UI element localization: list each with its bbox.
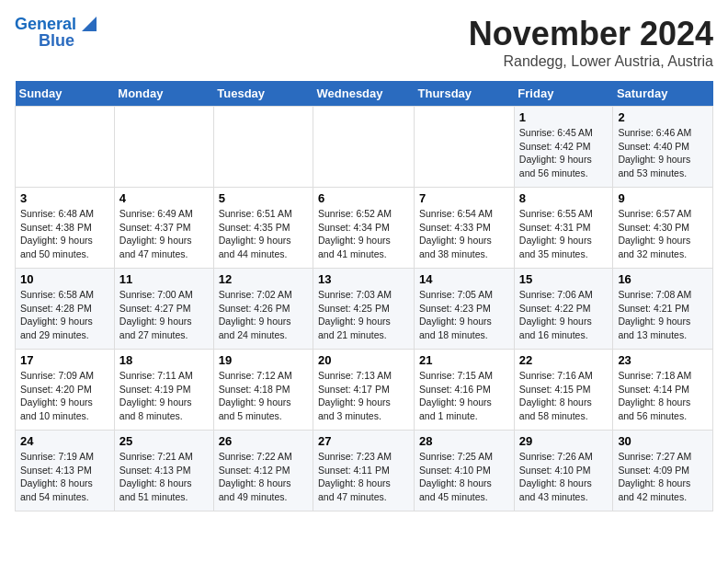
day-info: Sunrise: 7:25 AM Sunset: 4:10 PM Dayligh… xyxy=(419,450,509,504)
day-number: 1 xyxy=(519,110,609,124)
day-number: 19 xyxy=(219,353,308,367)
day-cell: 7Sunrise: 6:54 AM Sunset: 4:33 PM Daylig… xyxy=(415,188,515,269)
day-cell: 16Sunrise: 7:08 AM Sunset: 4:21 PM Dayli… xyxy=(613,269,713,350)
day-cell: 23Sunrise: 7:18 AM Sunset: 4:14 PM Dayli… xyxy=(613,350,713,431)
day-info: Sunrise: 7:05 AM Sunset: 4:23 PM Dayligh… xyxy=(419,288,509,342)
location-subtitle: Randegg, Lower Austria, Austria xyxy=(469,53,713,70)
day-info: Sunrise: 7:26 AM Sunset: 4:10 PM Dayligh… xyxy=(519,450,609,504)
day-cell: 14Sunrise: 7:05 AM Sunset: 4:23 PM Dayli… xyxy=(415,269,515,350)
day-info: Sunrise: 7:22 AM Sunset: 4:12 PM Dayligh… xyxy=(219,450,308,504)
day-number: 22 xyxy=(519,353,609,367)
day-number: 26 xyxy=(219,434,308,448)
month-title: November 2024 xyxy=(469,15,713,53)
header-monday: Monday xyxy=(114,81,213,107)
header-thursday: Thursday xyxy=(415,81,515,107)
day-cell xyxy=(114,107,213,188)
day-info: Sunrise: 6:46 AM Sunset: 4:40 PM Dayligh… xyxy=(618,126,708,180)
day-number: 30 xyxy=(618,434,708,448)
day-cell: 30Sunrise: 7:27 AM Sunset: 4:09 PM Dayli… xyxy=(613,431,713,511)
day-number: 27 xyxy=(318,434,409,448)
day-cell: 1Sunrise: 6:45 AM Sunset: 4:42 PM Daylig… xyxy=(514,107,613,188)
day-cell: 13Sunrise: 7:03 AM Sunset: 4:25 PM Dayli… xyxy=(313,269,415,350)
day-info: Sunrise: 7:06 AM Sunset: 4:22 PM Dayligh… xyxy=(519,288,609,342)
day-info: Sunrise: 6:52 AM Sunset: 4:34 PM Dayligh… xyxy=(318,207,409,261)
day-info: Sunrise: 7:03 AM Sunset: 4:25 PM Dayligh… xyxy=(318,288,409,342)
day-info: Sunrise: 7:13 AM Sunset: 4:17 PM Dayligh… xyxy=(318,369,409,423)
day-cell: 5Sunrise: 6:51 AM Sunset: 4:35 PM Daylig… xyxy=(213,188,313,269)
day-number: 11 xyxy=(119,272,209,286)
svg-marker-0 xyxy=(82,17,97,31)
day-number: 9 xyxy=(618,191,708,205)
day-cell xyxy=(313,107,415,188)
day-cell: 18Sunrise: 7:11 AM Sunset: 4:19 PM Dayli… xyxy=(114,350,213,431)
day-number: 20 xyxy=(318,353,409,367)
day-number: 4 xyxy=(119,191,209,205)
day-number: 7 xyxy=(419,191,509,205)
week-row-1: 1Sunrise: 6:45 AM Sunset: 4:42 PM Daylig… xyxy=(16,107,713,188)
day-cell: 17Sunrise: 7:09 AM Sunset: 4:20 PM Dayli… xyxy=(16,350,115,431)
day-number: 6 xyxy=(318,191,409,205)
day-info: Sunrise: 6:49 AM Sunset: 4:37 PM Dayligh… xyxy=(119,207,209,261)
header-wednesday: Wednesday xyxy=(313,81,415,107)
day-cell: 9Sunrise: 6:57 AM Sunset: 4:30 PM Daylig… xyxy=(613,188,713,269)
week-row-4: 17Sunrise: 7:09 AM Sunset: 4:20 PM Dayli… xyxy=(16,350,713,431)
day-number: 17 xyxy=(20,353,109,367)
day-number: 18 xyxy=(119,353,209,367)
day-info: Sunrise: 7:18 AM Sunset: 4:14 PM Dayligh… xyxy=(618,369,708,423)
day-cell: 22Sunrise: 7:16 AM Sunset: 4:15 PM Dayli… xyxy=(514,350,613,431)
day-cell: 27Sunrise: 7:23 AM Sunset: 4:11 PM Dayli… xyxy=(313,431,415,511)
day-info: Sunrise: 7:02 AM Sunset: 4:26 PM Dayligh… xyxy=(219,288,308,342)
day-cell: 2Sunrise: 6:46 AM Sunset: 4:40 PM Daylig… xyxy=(613,107,713,188)
day-cell xyxy=(415,107,515,188)
day-cell: 4Sunrise: 6:49 AM Sunset: 4:37 PM Daylig… xyxy=(114,188,213,269)
logo: General Blue xyxy=(15,15,97,51)
logo-blue: Blue xyxy=(39,31,74,51)
day-info: Sunrise: 7:12 AM Sunset: 4:18 PM Dayligh… xyxy=(219,369,308,423)
day-info: Sunrise: 6:54 AM Sunset: 4:33 PM Dayligh… xyxy=(419,207,509,261)
day-cell: 26Sunrise: 7:22 AM Sunset: 4:12 PM Dayli… xyxy=(213,431,313,511)
day-number: 29 xyxy=(519,434,609,448)
day-info: Sunrise: 6:58 AM Sunset: 4:28 PM Dayligh… xyxy=(20,288,109,342)
day-cell xyxy=(213,107,313,188)
header-saturday: Saturday xyxy=(613,81,713,107)
day-info: Sunrise: 7:15 AM Sunset: 4:16 PM Dayligh… xyxy=(419,369,509,423)
day-cell: 3Sunrise: 6:48 AM Sunset: 4:38 PM Daylig… xyxy=(16,188,115,269)
day-number: 23 xyxy=(618,353,708,367)
day-cell: 24Sunrise: 7:19 AM Sunset: 4:13 PM Dayli… xyxy=(16,431,115,511)
logo-icon xyxy=(76,15,97,35)
day-cell: 29Sunrise: 7:26 AM Sunset: 4:10 PM Dayli… xyxy=(514,431,613,511)
day-number: 21 xyxy=(419,353,509,367)
day-cell: 21Sunrise: 7:15 AM Sunset: 4:16 PM Dayli… xyxy=(415,350,515,431)
day-info: Sunrise: 7:00 AM Sunset: 4:27 PM Dayligh… xyxy=(119,288,209,342)
title-block: November 2024 Randegg, Lower Austria, Au… xyxy=(469,15,713,70)
calendar-header: SundayMondayTuesdayWednesdayThursdayFrid… xyxy=(16,81,713,107)
page-header: General Blue November 2024 Randegg, Lowe… xyxy=(15,15,713,70)
calendar-table: SundayMondayTuesdayWednesdayThursdayFrid… xyxy=(15,81,713,511)
day-cell: 8Sunrise: 6:55 AM Sunset: 4:31 PM Daylig… xyxy=(514,188,613,269)
day-number: 14 xyxy=(419,272,509,286)
day-info: Sunrise: 7:27 AM Sunset: 4:09 PM Dayligh… xyxy=(618,450,708,504)
day-number: 16 xyxy=(618,272,708,286)
week-row-3: 10Sunrise: 6:58 AM Sunset: 4:28 PM Dayli… xyxy=(16,269,713,350)
day-cell: 11Sunrise: 7:00 AM Sunset: 4:27 PM Dayli… xyxy=(114,269,213,350)
day-number: 10 xyxy=(20,272,109,286)
day-info: Sunrise: 6:51 AM Sunset: 4:35 PM Dayligh… xyxy=(219,207,308,261)
day-number: 2 xyxy=(618,110,708,124)
day-info: Sunrise: 7:21 AM Sunset: 4:13 PM Dayligh… xyxy=(119,450,209,504)
day-number: 15 xyxy=(519,272,609,286)
header-sunday: Sunday xyxy=(16,81,115,107)
day-cell: 10Sunrise: 6:58 AM Sunset: 4:28 PM Dayli… xyxy=(16,269,115,350)
day-number: 3 xyxy=(20,191,109,205)
day-info: Sunrise: 7:23 AM Sunset: 4:11 PM Dayligh… xyxy=(318,450,409,504)
day-info: Sunrise: 7:19 AM Sunset: 4:13 PM Dayligh… xyxy=(20,450,109,504)
day-cell xyxy=(16,107,115,188)
day-cell: 25Sunrise: 7:21 AM Sunset: 4:13 PM Dayli… xyxy=(114,431,213,511)
week-row-2: 3Sunrise: 6:48 AM Sunset: 4:38 PM Daylig… xyxy=(16,188,713,269)
day-info: Sunrise: 6:55 AM Sunset: 4:31 PM Dayligh… xyxy=(519,207,609,261)
day-number: 5 xyxy=(219,191,308,205)
day-number: 25 xyxy=(119,434,209,448)
day-info: Sunrise: 6:57 AM Sunset: 4:30 PM Dayligh… xyxy=(618,207,708,261)
header-friday: Friday xyxy=(514,81,613,107)
day-cell: 6Sunrise: 6:52 AM Sunset: 4:34 PM Daylig… xyxy=(313,188,415,269)
day-info: Sunrise: 6:48 AM Sunset: 4:38 PM Dayligh… xyxy=(20,207,109,261)
